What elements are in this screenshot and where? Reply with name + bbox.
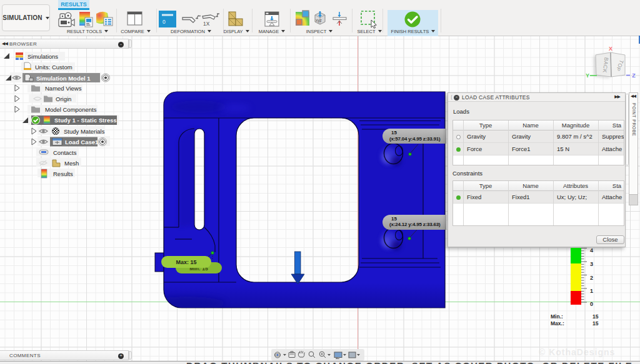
svg-text:xyz: xyz: [316, 18, 322, 23]
svg-text:Units: Custom: Units: Custom: [35, 64, 72, 71]
svg-text:Model Components: Model Components: [45, 106, 97, 113]
svg-text:Contacts: Contacts: [53, 149, 77, 156]
svg-text:Origin: Origin: [56, 96, 71, 102]
svg-text:1X: 1X: [203, 21, 210, 27]
svg-text:Study 1 - Static Stress: Study 1 - Static Stress: [54, 117, 117, 124]
svg-text:Mesh: Mesh: [64, 160, 79, 167]
svg-text:Y: Y: [586, 72, 589, 79]
svg-text:Simulation Model 1: Simulation Model 1: [36, 75, 91, 82]
svg-text:Named Views: Named Views: [45, 85, 82, 92]
svg-text:Results: Results: [53, 170, 73, 177]
svg-text:Z: Z: [632, 72, 636, 79]
svg-text:0: 0: [162, 19, 166, 25]
svg-text:X: X: [609, 46, 612, 52]
svg-text:Load Case1: Load Case1: [65, 139, 99, 145]
svg-text:Simulations: Simulations: [28, 53, 58, 60]
svg-text:Max: 15: Max: 15: [176, 259, 196, 265]
svg-text:Study Materials: Study Materials: [64, 128, 105, 135]
